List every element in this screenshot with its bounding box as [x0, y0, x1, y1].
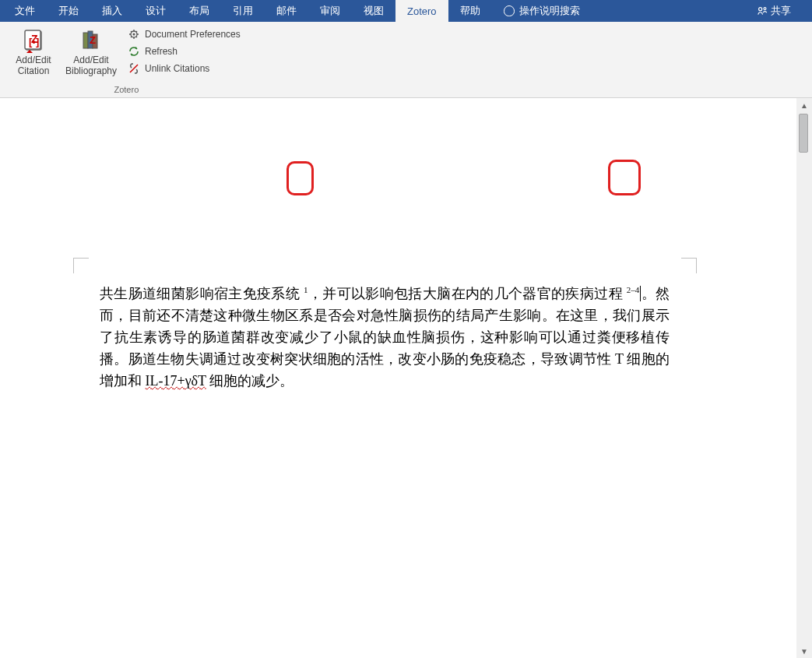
svg-point-1 — [764, 8, 766, 10]
refresh-button[interactable]: Refresh — [125, 44, 244, 59]
menu-layout[interactable]: 布局 — [178, 0, 221, 22]
add-edit-citation-button[interactable]: [•] Z Add/Edit Citation — [9, 25, 58, 80]
document-preferences-button[interactable]: Document Preferences — [125, 26, 244, 42]
share-label: 共享 — [771, 4, 791, 18]
citation-marker-2[interactable]: 2–4 — [627, 285, 640, 294]
menu-tell-me[interactable]: 操作说明搜索 — [492, 0, 592, 22]
menu-label: 插入 — [102, 4, 122, 18]
menu-label: 帮助 — [460, 4, 480, 18]
menu-label: 开始 — [58, 4, 79, 18]
gear-icon — [128, 28, 140, 40]
ribbon-group-content: [•] Z Add/Edit Citation Z — [9, 25, 244, 83]
bibliography-icon: Z — [79, 28, 104, 53]
document-area[interactable]: 共生肠道细菌影响宿主免疫系统 1，并可以影响包括大脑在内的几个器官的疾病过程 2… — [0, 98, 796, 658]
svg-rect-6 — [83, 33, 88, 48]
tell-me-label: 操作说明搜索 — [519, 4, 580, 18]
menu-label: 邮件 — [276, 4, 297, 18]
text-segment: ，并可以影响包括大脑在内的几个器官的疾病过程 — [308, 286, 627, 301]
small-button-label: Refresh — [145, 46, 178, 57]
share-button[interactable]: 共享 — [745, 0, 803, 22]
menu-help[interactable]: 帮助 — [448, 0, 492, 22]
big-button-line2: Citation — [18, 65, 50, 76]
vertical-scrollbar[interactable]: ▲ ▼ — [796, 98, 812, 658]
menu-label: 文件 — [15, 4, 35, 18]
unlink-icon — [128, 62, 140, 75]
page-margin-corner — [73, 258, 89, 273]
menu-mailings[interactable]: 邮件 — [265, 0, 308, 22]
small-button-label: Document Preferences — [145, 29, 241, 40]
menu-label: 审阅 — [320, 4, 340, 18]
text-segment: 共生肠道细菌影响宿主免疫系统 — [100, 286, 304, 301]
share-icon — [757, 5, 768, 16]
menu-review[interactable]: 审阅 — [308, 0, 352, 22]
menu-home[interactable]: 开始 — [47, 0, 90, 22]
ribbon: [•] Z Add/Edit Citation Z — [0, 22, 812, 98]
document-body-text[interactable]: 共生肠道细菌影响宿主免疫系统 1，并可以影响包括大脑在内的几个器官的疾病过程 2… — [100, 283, 670, 392]
menu-bar: 文件 开始 插入 设计 布局 引用 邮件 审阅 视图 Zotero 帮助 操作说… — [0, 0, 812, 22]
menu-left: 文件 开始 插入 设计 布局 引用 邮件 审阅 视图 Zotero 帮助 操作说… — [3, 0, 592, 22]
text-segment: 细胞的减少。 — [206, 373, 294, 389]
menu-view[interactable]: 视图 — [352, 0, 395, 22]
menu-label: 布局 — [189, 4, 209, 18]
spellcheck-squiggle-text[interactable]: IL-17+γδT — [146, 373, 206, 389]
svg-point-11 — [133, 33, 135, 36]
menu-right: 共享 — [745, 0, 812, 22]
scroll-up-button[interactable]: ▲ — [797, 98, 811, 112]
page-margin-corner — [681, 258, 697, 273]
svg-text:Z: Z — [31, 33, 38, 45]
menu-label: 设计 — [146, 4, 166, 18]
add-edit-bibliography-button[interactable]: Z Add/Edit Bibliography — [61, 25, 121, 80]
lightbulb-icon — [504, 5, 515, 16]
scroll-thumb[interactable] — [799, 114, 808, 153]
refresh-icon — [128, 45, 140, 58]
ribbon-small-buttons: Document Preferences Refresh Unlink Cita… — [125, 25, 244, 76]
menu-label: Zotero — [407, 5, 437, 17]
menu-design[interactable]: 设计 — [134, 0, 178, 22]
big-button-line1: Add/Edit — [16, 55, 51, 65]
unlink-citations-button[interactable]: Unlink Citations — [125, 61, 244, 76]
svg-text:Z: Z — [90, 34, 96, 46]
ribbon-group-zotero: [•] Z Add/Edit Citation Z — [5, 25, 248, 97]
menu-references[interactable]: 引用 — [221, 0, 265, 22]
menu-zotero[interactable]: Zotero — [395, 0, 448, 22]
menu-insert[interactable]: 插入 — [90, 0, 134, 22]
scroll-down-button[interactable]: ▼ — [797, 644, 811, 658]
svg-point-0 — [759, 8, 762, 11]
ribbon-group-label: Zotero — [9, 83, 244, 96]
menu-label: 引用 — [233, 4, 253, 18]
scroll-track[interactable] — [796, 112, 812, 644]
big-button-line1: Add/Edit — [73, 55, 108, 65]
menu-file[interactable]: 文件 — [3, 0, 47, 22]
citation-icon: [•] Z — [21, 28, 46, 53]
menu-label: 视图 — [364, 4, 384, 18]
big-button-line2: Bibliography — [65, 65, 117, 76]
small-button-label: Unlink Citations — [145, 63, 209, 74]
